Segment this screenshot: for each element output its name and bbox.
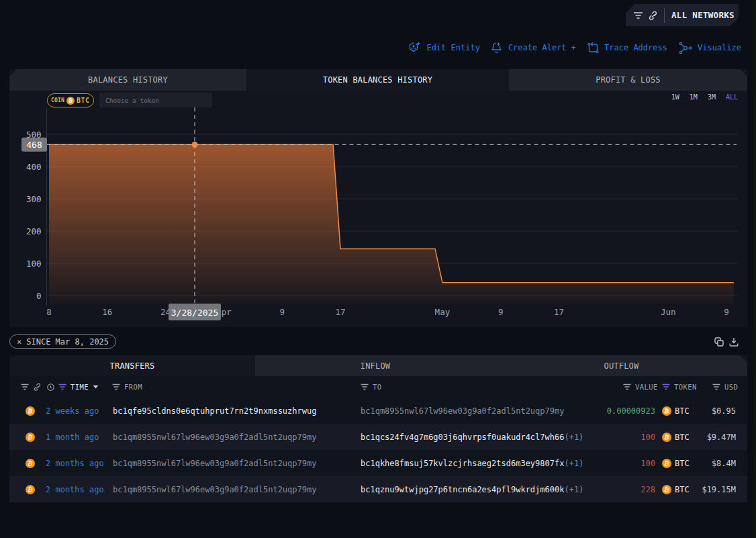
transfer-row[interactable]: ₿ 1 month ago bc1qm8955nwl67lw96ew03g9a0… [9, 424, 747, 450]
edit-entity-icon [408, 41, 422, 55]
token-filter-icon[interactable] [662, 384, 670, 390]
coin-chip-kind: COIN [51, 97, 64, 103]
svg-text:May: May [435, 307, 451, 317]
transfer-row[interactable]: ₿ 2 months ago bc1qm8955nwl67lw96ew03g9a… [9, 476, 747, 502]
transfer-to-cell: bc1qcs24fv4g7m6g03j6qhvrpsf0uakudr4cl7wh… [361, 424, 583, 450]
transfer-to-extra-count[interactable]: (+1) [564, 459, 583, 468]
transfer-token-cell[interactable]: ₿ BTC [662, 398, 690, 424]
create-alert-button[interactable]: Create Alert + [491, 41, 576, 54]
transfer-to-address[interactable]: bc1qznu9wtwjpg27p6tncn6a2es4pfl9wkrdjm60… [361, 485, 564, 494]
transfers-table-body: ₿ 2 weeks ago bc1qfe95cldns0e6qtuhprut7r… [9, 398, 747, 502]
range-1m[interactable]: 1M [690, 93, 698, 101]
entity-actions-row: Edit Entity Create Alert + Trace Address [0, 40, 741, 56]
transfer-to-address[interactable]: bc1qcs24fv4g7m6g03j6qhvrpsf0uakudr4cl7wh… [361, 433, 564, 442]
transfer-to-extra-count[interactable]: (+1) [564, 485, 583, 494]
create-alert-label: Create Alert + [508, 43, 576, 52]
svg-text:468: 468 [26, 140, 42, 150]
copy-icon[interactable] [714, 337, 724, 347]
btc-icon: ₿ [26, 459, 35, 468]
transfer-to-address[interactable]: bc1qm8955nwl67lw96ew03g9a0f2adl5nt2uqp79… [361, 406, 564, 416]
transfers-card: TRANSFERS INFLOW OUTFLOW [9, 355, 747, 502]
svg-text:Jun: Jun [661, 307, 676, 317]
transfer-from-address[interactable]: bc1qm8955nwl67lw96ew03g9a0f2adl5nt2uqp79… [113, 450, 316, 476]
time-filter-icon[interactable] [58, 384, 66, 390]
tab-outflow[interactable]: OUTFLOW [495, 355, 747, 376]
btc-icon: ₿ [662, 433, 671, 442]
since-date-filter-chip[interactable]: × SINCE Mar 8, 2025 [9, 334, 116, 349]
svg-text:100: 100 [26, 259, 42, 269]
header-chain-filters [21, 376, 42, 398]
remove-filter-icon[interactable]: × [17, 338, 21, 346]
svg-text:300: 300 [26, 194, 42, 204]
visualize-button[interactable]: Visualize [678, 42, 741, 54]
svg-text:9: 9 [498, 307, 504, 317]
all-networks-button[interactable]: ALL NETWORKS [626, 4, 739, 26]
choose-token-input[interactable] [99, 93, 212, 107]
link-filter-icon[interactable] [33, 383, 42, 391]
value-header-label[interactable]: VALUE [635, 383, 658, 391]
header-time: TIME [47, 376, 99, 398]
filter-icon [633, 11, 643, 19]
transfer-from-address[interactable]: bc1qm8955nwl67lw96ew03g9a0f2adl5nt2uqp79… [113, 424, 316, 450]
value-filter-icon[interactable] [623, 384, 631, 390]
range-all[interactable]: ALL [726, 93, 738, 101]
from-header-label[interactable]: FROM [124, 383, 142, 391]
range-1w[interactable]: 1W [671, 93, 679, 101]
to-filter-icon[interactable] [361, 384, 369, 390]
transfer-value: 228 [641, 476, 655, 502]
coin-btc-chip[interactable]: COIN ₿ BTC [47, 93, 94, 107]
tab-label: TOKEN BALANCES HISTORY [323, 75, 432, 85]
transfer-from-address[interactable]: bc1qm8955nwl67lw96ew03g9a0f2adl5nt2uqp79… [113, 476, 316, 502]
chart-export-actions [714, 337, 739, 347]
transfer-usd-value: $8.4M [712, 450, 736, 476]
transfer-row[interactable]: ₿ 2 weeks ago bc1qfe95cldns0e6qtuhprut7r… [9, 398, 747, 424]
chevron-down-icon[interactable] [93, 385, 99, 389]
tab-profit-and-loss[interactable]: PROFIT & LOSS [509, 69, 747, 91]
to-header-label[interactable]: TO [373, 383, 381, 391]
btc-icon: ₿ [26, 485, 35, 494]
transfer-from-address[interactable]: bc1qfe95cldns0e6qtuhprut7rn2t9nxmssuzhrw… [113, 398, 316, 424]
tab-label: INFLOW [361, 361, 391, 371]
trace-address-button[interactable]: Trace Address [587, 42, 667, 54]
tab-label: BALANCES HISTORY [88, 75, 168, 85]
filter-icon[interactable] [21, 384, 29, 390]
transfer-token-cell[interactable]: ₿ BTC [662, 424, 690, 450]
tab-token-balances-history[interactable]: TOKEN BALANCES HISTORY [246, 69, 509, 91]
balance-area-chart[interactable]: 010020030040050081624Apr917May917Jun9468… [9, 107, 747, 327]
svg-text:9: 9 [724, 307, 729, 317]
clock-icon[interactable] [47, 384, 54, 391]
transfer-row[interactable]: ₿ 2 months ago bc1qm8955nwl67lw96ew03g9a… [9, 450, 747, 476]
trace-address-label: Trace Address [604, 43, 667, 52]
transfer-to-address[interactable]: bc1qkhe8fmsuj57kvlzcjrhsaeg2tsd6m3ey9807… [361, 459, 564, 468]
from-filter-icon[interactable] [112, 384, 120, 390]
transfer-time-link[interactable]: 2 months ago [46, 450, 104, 476]
download-icon[interactable] [729, 337, 739, 347]
transfer-time-link[interactable]: 2 months ago [46, 476, 104, 502]
tab-inflow[interactable]: INFLOW [255, 355, 495, 376]
usd-filter-icon[interactable] [712, 384, 720, 390]
background-texture-strip [753, 0, 756, 538]
transfer-time-link[interactable]: 1 month ago [46, 424, 99, 450]
visualize-label: Visualize [698, 43, 741, 52]
svg-text:9: 9 [279, 307, 285, 317]
svg-text:0: 0 [36, 291, 42, 301]
row-chain-cell: ₿ [26, 450, 35, 476]
header-to: TO [361, 376, 381, 398]
edit-entity-button[interactable]: Edit Entity [408, 41, 479, 55]
transfer-time-link[interactable]: 2 weeks ago [46, 398, 99, 424]
transfer-to-extra-count[interactable]: (+1) [564, 433, 583, 442]
row-chain-cell: ₿ [26, 424, 35, 450]
transfers-table-header: TIME FROM TO VALUE [9, 376, 747, 398]
tab-balances-history[interactable]: BALANCES HISTORY [9, 69, 246, 91]
page: ALL NETWORKS Edit Entity Create Alert + [0, 0, 756, 538]
create-alert-icon [491, 41, 504, 54]
transfer-to-cell: bc1qznu9wtwjpg27p6tncn6a2es4pfl9wkrdjm60… [361, 476, 583, 502]
time-header-label[interactable]: TIME [70, 383, 89, 391]
transfer-token-cell[interactable]: ₿ BTC [662, 450, 690, 476]
all-networks-label: ALL NETWORKS [671, 10, 735, 20]
token-header-label[interactable]: TOKEN [674, 383, 697, 391]
transfer-token-cell[interactable]: ₿ BTC [662, 476, 690, 502]
tab-transfers[interactable]: TRANSFERS [9, 355, 255, 376]
usd-header-label[interactable]: USD [724, 383, 738, 391]
range-3m[interactable]: 3M [708, 93, 716, 101]
